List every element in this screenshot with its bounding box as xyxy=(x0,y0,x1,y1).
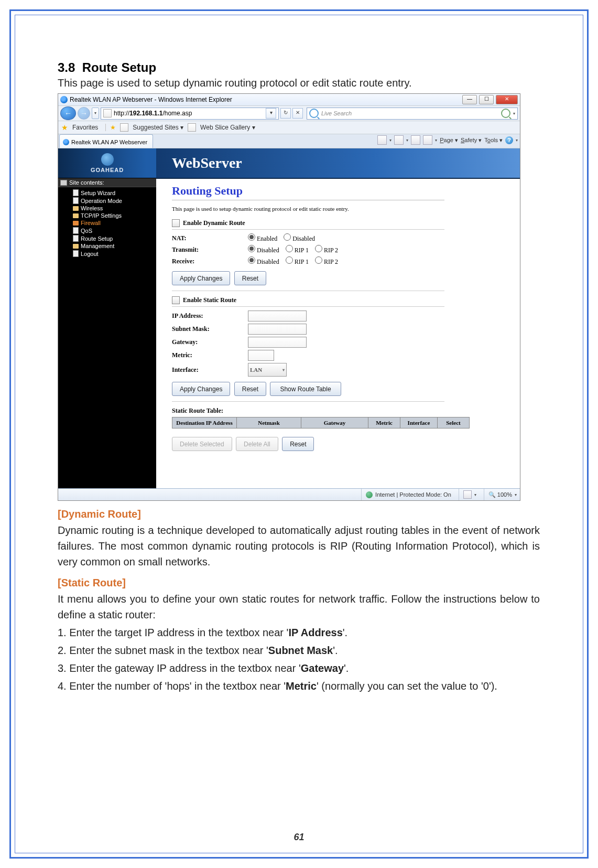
command-bar: ▾ ▾ ▾ PPageage ▾ Safety ▾ Tools ▾ ?▾ xyxy=(377,135,518,145)
enable-dynamic-checkbox[interactable] xyxy=(172,219,180,227)
url-text: http://192.168.1.1/home.asp xyxy=(114,110,264,117)
file-icon xyxy=(73,197,79,204)
reset-button-1[interactable]: Reset xyxy=(234,271,266,285)
search-box[interactable]: Live Search ▾ xyxy=(307,108,518,120)
file-icon xyxy=(73,235,79,242)
nav-logout[interactable]: Logout xyxy=(64,250,156,258)
back-button[interactable]: ← xyxy=(60,106,76,120)
step-4: 4. Enter the number of 'hops' in the tex… xyxy=(58,678,540,694)
page-icon xyxy=(120,123,128,132)
web-slice-link[interactable]: Web Slice Gallery ▾ xyxy=(200,124,255,131)
metric-input[interactable] xyxy=(248,350,274,361)
favorites-label[interactable]: Favorites xyxy=(72,124,98,131)
favorites-small-star-icon[interactable]: ★ xyxy=(110,124,116,131)
metric-label: Metric: xyxy=(172,351,248,359)
search-dropdown[interactable]: ▾ xyxy=(513,111,515,116)
static-route-heading: [Static Route] xyxy=(58,577,540,589)
receive-disabled-radio[interactable]: Disabled xyxy=(248,256,279,266)
reset-button-3[interactable]: Reset xyxy=(282,437,314,451)
main-area: WebServer Routing Setup This page is use… xyxy=(156,148,520,488)
ie-icon xyxy=(60,96,68,103)
transmit-rip2-radio[interactable]: RIP 2 xyxy=(315,245,338,254)
suggested-sites-link[interactable]: Suggested Sites ▾ xyxy=(133,124,183,131)
nav-tcpip[interactable]: TCP/IP Settings xyxy=(64,212,156,219)
apply-changes-button-1[interactable]: Apply Changes xyxy=(172,271,230,285)
reset-button-2[interactable]: Reset xyxy=(234,382,266,396)
th-netmask: Netmask xyxy=(237,417,301,428)
static-route-intro: It menu allows you to define your own st… xyxy=(58,591,540,623)
gateway-input[interactable] xyxy=(248,337,307,348)
apply-changes-button-2[interactable]: Apply Changes xyxy=(172,382,230,396)
th-interface: Interface xyxy=(400,417,438,428)
step-2: 2. Enter the subnet mask in the textbox … xyxy=(58,642,540,658)
mail-icon[interactable] xyxy=(411,135,420,145)
contents-icon xyxy=(60,180,67,186)
status-icon[interactable] xyxy=(463,490,472,499)
help-icon[interactable]: ? xyxy=(505,136,513,144)
tools-menu[interactable]: Tools ▾ xyxy=(484,137,503,144)
close-button[interactable]: ✕ xyxy=(496,95,518,104)
nav-route-setup[interactable]: Route Setup xyxy=(64,234,156,242)
transmit-label: Transmit: xyxy=(172,246,248,254)
history-dropdown[interactable]: ▾ xyxy=(92,108,99,119)
routing-panel: Routing Setup This page is used to setup… xyxy=(156,179,520,488)
delete-all-button[interactable]: Delete All xyxy=(236,437,278,451)
browser-nav-bar: ← → ▾ http://192.168.1.1/home.asp ▾ ↻ ✕ … xyxy=(58,106,520,121)
nat-label: NAT: xyxy=(172,234,248,242)
feeds-icon[interactable] xyxy=(394,135,404,145)
nav-setup-wizard[interactable]: Setup Wizard xyxy=(64,189,156,197)
section-heading: 3.8 Route Setup xyxy=(58,60,540,75)
receive-label: Receive: xyxy=(172,258,248,265)
file-icon xyxy=(73,227,79,234)
nat-disabled-radio[interactable]: Disabled xyxy=(284,233,315,243)
logo-text: GOAHEAD xyxy=(91,167,124,173)
subnet-mask-input[interactable] xyxy=(248,324,307,335)
page-icon xyxy=(188,123,196,132)
intro-text: This page is used to setup dynamic routi… xyxy=(58,77,540,89)
safety-menu[interactable]: Safety ▾ xyxy=(461,137,482,144)
transmit-rip1-radio[interactable]: RIP 1 xyxy=(286,245,309,254)
receive-rip2-radio[interactable]: RIP 2 xyxy=(315,256,338,266)
nat-enabled-radio[interactable]: Enabled xyxy=(248,233,277,243)
address-bar[interactable]: http://192.168.1.1/home.asp ▾ xyxy=(101,108,279,120)
page-number: 61 xyxy=(293,832,304,843)
zoom-dropdown[interactable]: ▾ xyxy=(515,492,517,497)
minimize-button[interactable]: — xyxy=(462,95,477,104)
nav-operation-mode[interactable]: Operation Mode xyxy=(64,197,156,205)
nat-row: NAT: Enabled Disabled xyxy=(172,233,513,243)
transmit-disabled-radio[interactable]: Disabled xyxy=(248,245,279,254)
receive-rip1-radio[interactable]: RIP 1 xyxy=(286,256,309,266)
tab-bar: Realtek WLAN AP Webserver ▾ ▾ ▾ PPageage… xyxy=(58,134,520,148)
home-icon[interactable] xyxy=(377,135,387,145)
nav-wireless[interactable]: Wireless xyxy=(64,205,156,212)
enable-static-checkbox[interactable] xyxy=(172,296,180,304)
stop-button[interactable]: ✕ xyxy=(292,108,303,119)
nav-firewall[interactable]: Firewall xyxy=(64,219,156,227)
maximize-button[interactable]: ☐ xyxy=(479,95,494,104)
browser-tab[interactable]: Realtek WLAN AP Webserver xyxy=(59,134,153,148)
addr-dropdown[interactable]: ▾ xyxy=(266,108,276,119)
ip-address-input[interactable] xyxy=(248,310,307,322)
status-text: Internet | Protected Mode: On xyxy=(375,491,451,498)
forward-button[interactable]: → xyxy=(78,107,90,120)
nav-qos[interactable]: QoS xyxy=(64,227,156,234)
internet-zone-icon xyxy=(366,491,373,498)
th-select: Select xyxy=(438,417,470,428)
status-bar: Internet | Protected Mode: On ▾ 🔍 100% ▾ xyxy=(58,488,520,500)
refresh-button[interactable]: ↻ xyxy=(280,108,291,119)
gw-label: Gateway: xyxy=(172,338,248,346)
interface-select[interactable]: LAN▾ xyxy=(248,363,287,377)
page-menu[interactable]: PPageage ▾ xyxy=(440,137,458,144)
search-provider-icon xyxy=(309,109,319,118)
section-title: Route Setup xyxy=(82,60,156,74)
tab-title: Realtek WLAN AP Webserver xyxy=(71,139,147,145)
print-icon[interactable] xyxy=(423,135,432,145)
zoom-level[interactable]: 🔍 100% xyxy=(488,491,512,498)
nav-management[interactable]: Management xyxy=(64,242,156,250)
delete-selected-button[interactable]: Delete Selected xyxy=(172,437,232,451)
show-route-table-button[interactable]: Show Route Table xyxy=(270,382,341,396)
dynamic-route-text: Dynamic routing is a technique developed… xyxy=(58,522,540,570)
favorites-star-icon[interactable]: ★ xyxy=(61,123,68,132)
step-3: 3. Enter the gateway IP address in the t… xyxy=(58,660,540,676)
search-go-icon[interactable] xyxy=(501,109,510,118)
